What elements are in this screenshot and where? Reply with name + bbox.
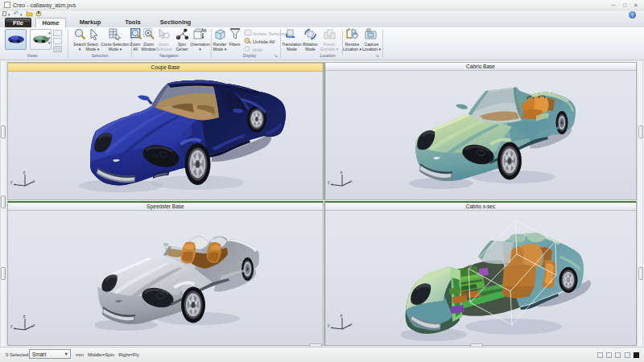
svg-text:AB: AB xyxy=(201,28,207,33)
